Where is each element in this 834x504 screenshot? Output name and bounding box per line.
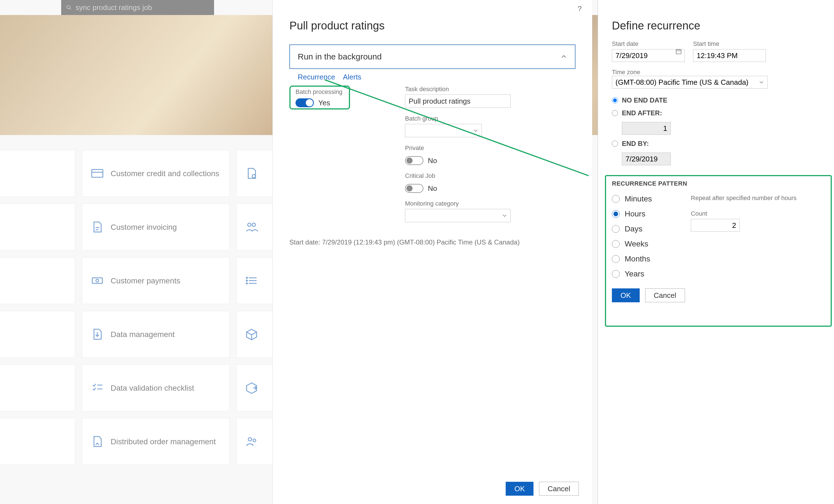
start-date-input[interactable]: [612, 49, 685, 62]
start-date-summary: Start date: 7/29/2019 (12:19:43 pm) (GMT…: [289, 238, 520, 246]
start-time-input[interactable]: [693, 49, 766, 62]
critical-job-toggle[interactable]: No: [405, 184, 516, 193]
background-form: Task description Batch group Private No …: [405, 86, 516, 222]
start-time-label: Start time: [693, 40, 766, 47]
batch-group-label: Batch group: [405, 115, 516, 122]
panel-title: Pull product ratings: [289, 19, 385, 32]
task-description-input[interactable]: [405, 94, 511, 108]
batch-processing-highlight: Batch processing Yes: [289, 86, 350, 110]
mid-ok-button[interactable]: OK: [506, 482, 533, 496]
batch-processing-toggle[interactable]: Yes: [295, 98, 344, 107]
chevron-up-icon: [561, 53, 567, 60]
recurrence-pattern-highlight: [605, 175, 832, 327]
mid-cancel-button[interactable]: Cancel: [539, 482, 579, 496]
private-label: Private: [405, 144, 516, 152]
batch-group-select[interactable]: [405, 124, 482, 137]
recurrence-title: Define recurrence: [612, 19, 825, 32]
help-icon[interactable]: ?: [575, 4, 584, 13]
batch-processing-label: Batch processing: [295, 88, 344, 96]
timezone-label: Time zone: [612, 69, 825, 76]
private-toggle[interactable]: No: [405, 156, 516, 165]
critical-job-label: Critical Job: [405, 172, 516, 180]
toggle-value: Yes: [318, 99, 330, 107]
timezone-select[interactable]: (GMT-08:00) Pacific Time (US & Canada): [612, 76, 768, 89]
svg-rect-19: [676, 49, 681, 54]
end-after-radio[interactable]: END AFTER:: [612, 109, 825, 117]
pull-product-ratings-panel: ? Pull product ratings Run in the backgr…: [272, 0, 592, 504]
end-by-radio[interactable]: END BY:: [612, 140, 825, 147]
end-after-count[interactable]: [622, 122, 671, 135]
monitoring-category-select[interactable]: [405, 209, 511, 222]
toggle-value: No: [428, 184, 437, 193]
mid-footer-actions: OK Cancel: [506, 482, 579, 496]
monitoring-category-label: Monitoring category: [405, 200, 516, 207]
recurrence-link[interactable]: Recurrence: [298, 73, 335, 82]
accordion-title: Run in the background: [298, 52, 382, 62]
end-by-date[interactable]: [622, 153, 671, 165]
toggle-value: No: [428, 156, 437, 165]
sublink-row: Recurrence Alerts: [298, 73, 361, 82]
end-options: NO END DATE END AFTER: END BY:: [612, 96, 825, 165]
start-date-label: Start date: [612, 40, 685, 47]
task-description-label: Task description: [405, 86, 516, 93]
calendar-icon[interactable]: [675, 48, 682, 55]
alerts-link[interactable]: Alerts: [343, 73, 361, 82]
no-end-date-radio[interactable]: NO END DATE: [612, 96, 825, 104]
run-in-background-accordion[interactable]: Run in the background: [289, 44, 575, 69]
